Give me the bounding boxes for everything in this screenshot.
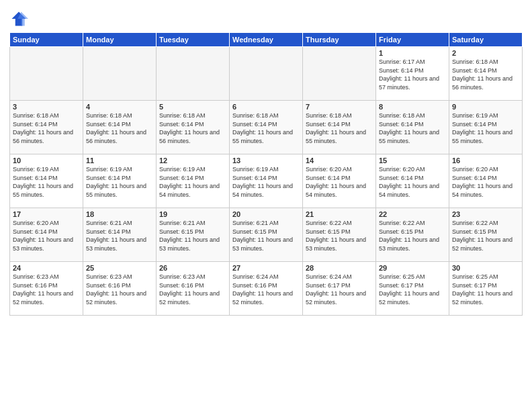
calendar-cell bbox=[10, 47, 83, 101]
calendar-cell: 24Sunrise: 6:23 AM Sunset: 6:16 PM Dayli… bbox=[10, 262, 83, 316]
day-number: 25 bbox=[86, 264, 153, 272]
day-info: Sunrise: 6:18 AM Sunset: 6:14 PM Dayligh… bbox=[159, 111, 226, 145]
weekday-header-saturday: Saturday bbox=[449, 33, 523, 47]
day-info: Sunrise: 6:19 AM Sunset: 6:14 PM Dayligh… bbox=[13, 165, 80, 199]
calendar-cell: 4Sunrise: 6:18 AM Sunset: 6:14 PM Daylig… bbox=[83, 101, 157, 154]
day-number: 11 bbox=[86, 156, 153, 165]
day-number: 5 bbox=[159, 103, 226, 111]
calendar-week-row: 10Sunrise: 6:19 AM Sunset: 6:14 PM Dayli… bbox=[10, 154, 523, 208]
calendar-cell: 6Sunrise: 6:18 AM Sunset: 6:14 PM Daylig… bbox=[230, 101, 303, 154]
day-number: 19 bbox=[159, 210, 226, 218]
day-number: 15 bbox=[379, 156, 446, 165]
calendar-cell: 5Sunrise: 6:18 AM Sunset: 6:14 PM Daylig… bbox=[157, 101, 230, 154]
calendar-cell bbox=[230, 47, 303, 101]
calendar-cell: 21Sunrise: 6:22 AM Sunset: 6:15 PM Dayli… bbox=[303, 208, 376, 262]
calendar-header-row: SundayMondayTuesdayWednesdayThursdayFrid… bbox=[10, 33, 523, 47]
logo-icon bbox=[9, 9, 28, 28]
day-info: Sunrise: 6:20 AM Sunset: 6:14 PM Dayligh… bbox=[13, 219, 80, 253]
calendar-cell: 20Sunrise: 6:21 AM Sunset: 6:15 PM Dayli… bbox=[230, 208, 303, 262]
day-info: Sunrise: 6:22 AM Sunset: 6:15 PM Dayligh… bbox=[379, 219, 446, 253]
day-number: 20 bbox=[232, 210, 300, 218]
day-info: Sunrise: 6:18 AM Sunset: 6:14 PM Dayligh… bbox=[306, 111, 373, 145]
day-number: 23 bbox=[452, 210, 519, 218]
day-info: Sunrise: 6:18 AM Sunset: 6:14 PM Dayligh… bbox=[452, 58, 519, 91]
day-number: 1 bbox=[379, 49, 446, 57]
calendar-cell: 2Sunrise: 6:18 AM Sunset: 6:14 PM Daylig… bbox=[449, 47, 523, 101]
day-number: 29 bbox=[379, 264, 446, 272]
page-header bbox=[9, 7, 523, 28]
day-number: 26 bbox=[159, 264, 226, 272]
calendar-cell: 3Sunrise: 6:18 AM Sunset: 6:14 PM Daylig… bbox=[10, 101, 83, 154]
calendar-cell: 25Sunrise: 6:23 AM Sunset: 6:16 PM Dayli… bbox=[83, 262, 157, 316]
day-number: 7 bbox=[306, 103, 373, 111]
calendar-week-row: 17Sunrise: 6:20 AM Sunset: 6:14 PM Dayli… bbox=[10, 208, 523, 262]
day-number: 2 bbox=[452, 49, 519, 57]
calendar-cell: 14Sunrise: 6:20 AM Sunset: 6:14 PM Dayli… bbox=[303, 154, 376, 208]
day-info: Sunrise: 6:19 AM Sunset: 6:14 PM Dayligh… bbox=[452, 111, 519, 145]
weekday-header-tuesday: Tuesday bbox=[157, 33, 230, 47]
weekday-header-friday: Friday bbox=[376, 33, 449, 47]
day-info: Sunrise: 6:21 AM Sunset: 6:15 PM Dayligh… bbox=[159, 219, 226, 253]
calendar-cell: 10Sunrise: 6:19 AM Sunset: 6:14 PM Dayli… bbox=[10, 154, 83, 208]
calendar-cell: 30Sunrise: 6:25 AM Sunset: 6:17 PM Dayli… bbox=[449, 262, 523, 316]
day-info: Sunrise: 6:18 AM Sunset: 6:14 PM Dayligh… bbox=[379, 111, 446, 145]
calendar-cell: 29Sunrise: 6:25 AM Sunset: 6:17 PM Dayli… bbox=[376, 262, 449, 316]
day-info: Sunrise: 6:25 AM Sunset: 6:17 PM Dayligh… bbox=[452, 273, 519, 306]
day-info: Sunrise: 6:20 AM Sunset: 6:14 PM Dayligh… bbox=[306, 165, 373, 199]
calendar-cell: 15Sunrise: 6:20 AM Sunset: 6:14 PM Dayli… bbox=[376, 154, 449, 208]
day-number: 4 bbox=[86, 103, 153, 111]
calendar-cell: 28Sunrise: 6:24 AM Sunset: 6:17 PM Dayli… bbox=[303, 262, 376, 316]
logo bbox=[9, 9, 31, 28]
day-info: Sunrise: 6:21 AM Sunset: 6:14 PM Dayligh… bbox=[86, 219, 153, 253]
day-number: 24 bbox=[13, 264, 80, 272]
day-info: Sunrise: 6:23 AM Sunset: 6:16 PM Dayligh… bbox=[86, 273, 153, 306]
day-info: Sunrise: 6:19 AM Sunset: 6:14 PM Dayligh… bbox=[86, 165, 153, 199]
day-info: Sunrise: 6:23 AM Sunset: 6:16 PM Dayligh… bbox=[13, 273, 80, 306]
calendar-cell: 27Sunrise: 6:24 AM Sunset: 6:16 PM Dayli… bbox=[230, 262, 303, 316]
calendar-cell: 16Sunrise: 6:20 AM Sunset: 6:14 PM Dayli… bbox=[449, 154, 523, 208]
calendar-week-row: 1Sunrise: 6:17 AM Sunset: 6:14 PM Daylig… bbox=[10, 47, 523, 101]
day-info: Sunrise: 6:19 AM Sunset: 6:14 PM Dayligh… bbox=[232, 165, 300, 199]
day-number: 17 bbox=[13, 210, 80, 218]
day-number: 14 bbox=[306, 156, 373, 165]
day-number: 10 bbox=[13, 156, 80, 165]
calendar-cell: 11Sunrise: 6:19 AM Sunset: 6:14 PM Dayli… bbox=[83, 154, 157, 208]
calendar-cell: 22Sunrise: 6:22 AM Sunset: 6:15 PM Dayli… bbox=[376, 208, 449, 262]
weekday-header-wednesday: Wednesday bbox=[230, 33, 303, 47]
calendar-table: SundayMondayTuesdayWednesdayThursdayFrid… bbox=[9, 32, 523, 316]
calendar-cell bbox=[157, 47, 230, 101]
day-number: 9 bbox=[452, 103, 519, 111]
day-info: Sunrise: 6:18 AM Sunset: 6:14 PM Dayligh… bbox=[13, 111, 80, 145]
day-info: Sunrise: 6:19 AM Sunset: 6:14 PM Dayligh… bbox=[159, 165, 226, 199]
calendar-cell: 23Sunrise: 6:22 AM Sunset: 6:15 PM Dayli… bbox=[449, 208, 523, 262]
calendar-week-row: 24Sunrise: 6:23 AM Sunset: 6:16 PM Dayli… bbox=[10, 262, 523, 316]
day-number: 30 bbox=[452, 264, 519, 272]
weekday-header-thursday: Thursday bbox=[303, 33, 376, 47]
day-number: 22 bbox=[379, 210, 446, 218]
calendar-cell: 13Sunrise: 6:19 AM Sunset: 6:14 PM Dayli… bbox=[230, 154, 303, 208]
day-number: 16 bbox=[452, 156, 519, 165]
page-container: SundayMondayTuesdayWednesdayThursdayFrid… bbox=[0, 0, 532, 411]
calendar-cell bbox=[303, 47, 376, 101]
calendar-week-row: 3Sunrise: 6:18 AM Sunset: 6:14 PM Daylig… bbox=[10, 101, 523, 154]
day-number: 21 bbox=[306, 210, 373, 218]
day-info: Sunrise: 6:25 AM Sunset: 6:17 PM Dayligh… bbox=[379, 273, 446, 306]
day-info: Sunrise: 6:20 AM Sunset: 6:14 PM Dayligh… bbox=[379, 165, 446, 199]
day-number: 27 bbox=[232, 264, 300, 272]
calendar-cell: 19Sunrise: 6:21 AM Sunset: 6:15 PM Dayli… bbox=[157, 208, 230, 262]
weekday-header-monday: Monday bbox=[83, 33, 157, 47]
day-number: 6 bbox=[232, 103, 300, 111]
weekday-header-sunday: Sunday bbox=[10, 33, 83, 47]
day-info: Sunrise: 6:18 AM Sunset: 6:14 PM Dayligh… bbox=[86, 111, 153, 145]
day-info: Sunrise: 6:23 AM Sunset: 6:16 PM Dayligh… bbox=[159, 273, 226, 306]
day-info: Sunrise: 6:21 AM Sunset: 6:15 PM Dayligh… bbox=[232, 219, 300, 253]
day-info: Sunrise: 6:24 AM Sunset: 6:16 PM Dayligh… bbox=[232, 273, 300, 306]
day-info: Sunrise: 6:17 AM Sunset: 6:14 PM Dayligh… bbox=[379, 58, 446, 91]
calendar-cell: 17Sunrise: 6:20 AM Sunset: 6:14 PM Dayli… bbox=[10, 208, 83, 262]
day-info: Sunrise: 6:20 AM Sunset: 6:14 PM Dayligh… bbox=[452, 165, 519, 199]
day-info: Sunrise: 6:18 AM Sunset: 6:14 PM Dayligh… bbox=[232, 111, 300, 145]
day-number: 8 bbox=[379, 103, 446, 111]
day-info: Sunrise: 6:24 AM Sunset: 6:17 PM Dayligh… bbox=[306, 273, 373, 306]
day-number: 18 bbox=[86, 210, 153, 218]
calendar-cell: 1Sunrise: 6:17 AM Sunset: 6:14 PM Daylig… bbox=[376, 47, 449, 101]
